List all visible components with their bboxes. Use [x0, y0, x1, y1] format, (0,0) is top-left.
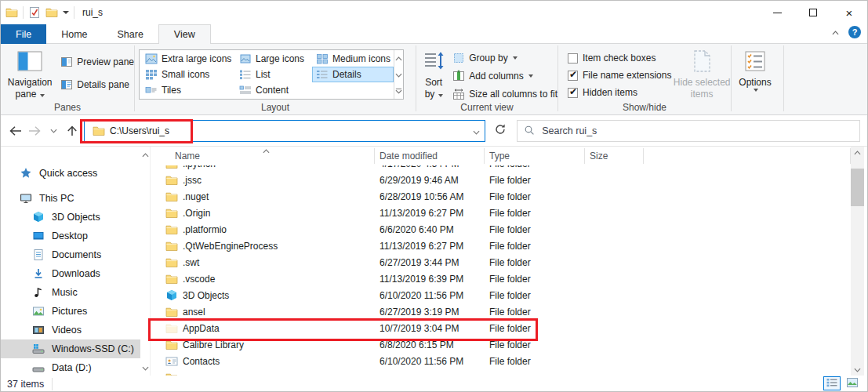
- up-button[interactable]: [64, 122, 81, 140]
- file-row[interactable]: AppData 10/7/2019 3:04 PM File folder: [154, 320, 851, 336]
- sidebar-item[interactable]: Pictures: [1, 302, 140, 321]
- layout-option[interactable]: List: [235, 67, 312, 82]
- file-row[interactable]: 3D Objects 6/10/2020 11:56 PM File folde…: [154, 287, 851, 303]
- file-row[interactable]: .ipython 4/17/2020 4:54 PM File folder: [154, 165, 851, 172]
- file-row[interactable]: .nuget 6/28/2019 10:56 AM File folder: [154, 188, 851, 205]
- ribbon-tab[interactable]: Home: [46, 24, 102, 44]
- properties-check-icon[interactable]: [28, 6, 41, 19]
- layout-option[interactable]: Content: [235, 82, 312, 98]
- gallery-more-button[interactable]: [394, 82, 403, 99]
- gallery-scroll-up[interactable]: [394, 50, 403, 67]
- layout-option[interactable]: Extra large icons: [141, 51, 235, 67]
- sidebar-item[interactable]: 3D Objects: [1, 208, 140, 227]
- layout-option[interactable]: Tiles: [141, 82, 235, 98]
- close-button[interactable]: ×: [831, 1, 867, 24]
- folder-icon: [165, 207, 178, 220]
- address-dropdown-icon[interactable]: [473, 126, 480, 137]
- sidebar-item[interactable]: Windows-SSD (C:): [1, 339, 140, 358]
- back-button[interactable]: [7, 122, 24, 140]
- scroll-up-icon[interactable]: [142, 149, 149, 160]
- layout-option[interactable]: Medium icons: [312, 51, 394, 67]
- collapse-ribbon-icon[interactable]: [832, 27, 839, 38]
- scroll-down-icon[interactable]: [851, 364, 864, 376]
- file-row[interactable]: .Origin 11/13/2019 6:27 PM File folder: [154, 205, 851, 221]
- file-row[interactable]: .vscode 11/13/2019 6:39 PM File folder: [154, 270, 851, 287]
- column-header-date[interactable]: Date modified: [375, 148, 485, 164]
- g-lg-icon: [239, 53, 252, 64]
- folder-icon: [165, 191, 178, 203]
- current-view-button[interactable]: Add columns: [452, 67, 557, 85]
- folder-icon: [165, 240, 178, 252]
- ribbon-tab[interactable]: View: [158, 24, 211, 44]
- pane-toggle-button[interactable]: Details pane: [60, 76, 134, 93]
- show-hide-checkbox[interactable]: Hidden items: [568, 84, 671, 101]
- sidebar-item[interactable]: Videos: [1, 321, 140, 339]
- dropdown-caret-icon: [438, 94, 443, 97]
- details-view-button[interactable]: [823, 376, 841, 390]
- current-view-button[interactable]: Size all columns to fit: [452, 85, 557, 103]
- folder-icon: [165, 306, 178, 318]
- file-row[interactable]: [154, 369, 851, 376]
- layout-option[interactable]: Large icons: [235, 51, 312, 67]
- sidebar-scrollbar[interactable]: [140, 147, 150, 376]
- sidebar-item[interactable]: Music: [1, 283, 140, 302]
- gallery-scroll-down[interactable]: [394, 67, 403, 83]
- folder-faded-icon: [165, 322, 178, 335]
- address-path[interactable]: C:\Users\rui_s: [110, 125, 169, 136]
- column-header-size[interactable]: Size: [585, 148, 644, 164]
- column-header-type[interactable]: Type: [485, 148, 585, 164]
- window-controls: ×: [759, 1, 867, 24]
- address-row: C:\Users\rui_s: [1, 115, 867, 147]
- file-row[interactable]: .platformio 6/6/2020 6:40 PM File folder: [154, 221, 851, 238]
- view-toggles: [823, 376, 861, 390]
- ribbon-tab[interactable]: Share: [103, 24, 158, 44]
- sidebar-item[interactable]: Data (D:): [1, 358, 140, 376]
- sidebar-item[interactable]: Documents: [1, 245, 140, 264]
- g-details-icon: [316, 69, 329, 80]
- file-row[interactable]: Calibre Library 6/8/2020 6:15 PM File fo…: [154, 336, 851, 353]
- maximize-button[interactable]: [795, 1, 831, 24]
- layout-option[interactable]: Details: [312, 67, 394, 82]
- show-hide-checkbox[interactable]: Item check boxes: [568, 49, 671, 67]
- file-row[interactable]: Contacts 6/10/2020 11:56 PM File folder: [154, 353, 851, 369]
- qat-dropdown-icon[interactable]: [63, 11, 69, 14]
- search-input[interactable]: [542, 125, 853, 136]
- forward-button[interactable]: [26, 122, 43, 140]
- file-list-scrollbar[interactable]: [851, 147, 864, 376]
- g-tiles-icon: [145, 85, 158, 96]
- scroll-up-icon[interactable]: [851, 147, 864, 158]
- minimize-button[interactable]: [759, 1, 795, 24]
- sidebar-item[interactable]: Downloads: [1, 264, 140, 283]
- thumbnail-view-button[interactable]: [844, 376, 861, 390]
- search-box[interactable]: [517, 120, 860, 142]
- sidebar-item[interactable]: Desktop: [1, 227, 140, 245]
- new-folder-icon[interactable]: [45, 6, 58, 19]
- g-xl-icon: [145, 53, 158, 64]
- items-count: 37 items: [1, 378, 53, 390]
- file-row[interactable]: .QtWebEngineProcess 11/13/2019 6:27 PM F…: [154, 238, 851, 254]
- divider: [150, 147, 151, 376]
- current-view-button[interactable]: Group by: [452, 49, 557, 67]
- layout-gallery: Extra large icons Small icons Tiles: [139, 49, 404, 100]
- sidebar-item[interactable]: Quick access: [1, 164, 140, 183]
- file-row[interactable]: ansel 6/27/2019 3:19 PM File folder: [154, 303, 851, 320]
- music-icon: [32, 286, 45, 299]
- options-button[interactable]: Options: [732, 44, 779, 114]
- download-icon: [32, 267, 45, 280]
- scrollbar-thumb[interactable]: [851, 169, 864, 206]
- divider: [74, 6, 74, 19]
- picture-icon: [32, 305, 45, 318]
- layout-option[interactable]: Small icons: [141, 67, 235, 82]
- scroll-down-icon[interactable]: [142, 362, 149, 373]
- sidebar-item[interactable]: This PC: [1, 189, 140, 208]
- help-icon[interactable]: ?: [848, 26, 861, 38]
- show-hide-checkbox[interactable]: File name extensions: [568, 67, 671, 84]
- folder-icon: [165, 174, 178, 187]
- recent-locations-icon[interactable]: [45, 122, 62, 140]
- address-bar[interactable]: C:\Users\rui_s: [84, 120, 485, 142]
- file-row[interactable]: .jssc 6/29/2019 9:46 AM File folder: [154, 172, 851, 188]
- ribbon-tab[interactable]: File: [1, 24, 46, 44]
- file-row[interactable]: .swt 6/27/2019 3:44 PM File folder: [154, 254, 851, 270]
- pane-toggle-button[interactable]: Preview pane: [60, 53, 134, 71]
- refresh-button[interactable]: [488, 120, 512, 142]
